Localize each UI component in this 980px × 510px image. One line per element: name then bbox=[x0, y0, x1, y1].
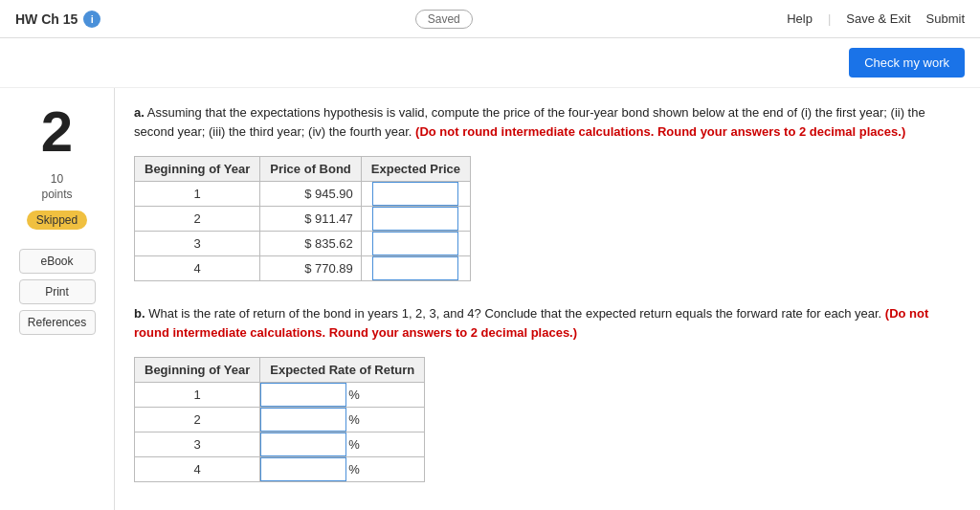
header-title-area: HW Ch 15 i bbox=[15, 11, 100, 28]
year-cell: 1 bbox=[135, 383, 260, 408]
part-a-highlight: (Do not round intermediate calculations.… bbox=[415, 124, 905, 139]
part-b-table: Beginning of Year Expected Rate of Retur… bbox=[134, 357, 425, 482]
saved-badge: Saved bbox=[415, 10, 473, 29]
price-cell: $ 911.47 bbox=[260, 207, 362, 232]
price-cell: $ 835.62 bbox=[260, 232, 362, 256]
part-a-text: a. Assuming that the expectations hypoth… bbox=[134, 103, 961, 141]
price-cell: $ 945.90 bbox=[260, 182, 362, 207]
info-icon[interactable]: i bbox=[83, 11, 100, 28]
col-year-b: Beginning of Year bbox=[135, 358, 260, 383]
table-row: 3$ 835.62 bbox=[135, 232, 471, 256]
print-button[interactable]: Print bbox=[19, 279, 96, 304]
rate-cell[interactable]: % bbox=[260, 383, 425, 408]
expected-price-cell[interactable] bbox=[361, 232, 470, 256]
rate-input[interactable] bbox=[260, 432, 346, 456]
table-row: 1$ 945.90 bbox=[135, 182, 471, 207]
pct-sign: % bbox=[348, 462, 360, 477]
points-value: 10 bbox=[51, 172, 63, 186]
help-link[interactable]: Help bbox=[787, 11, 813, 26]
year-cell: 2 bbox=[135, 408, 260, 432]
rate-input[interactable] bbox=[260, 457, 346, 481]
table-row: 3% bbox=[135, 432, 425, 457]
year-cell: 1 bbox=[135, 182, 260, 207]
table-row: 2$ 911.47 bbox=[135, 207, 471, 232]
table-row: 1% bbox=[135, 383, 425, 408]
action-bar: Check my work bbox=[0, 38, 980, 88]
table-row: 2% bbox=[135, 408, 425, 432]
main-layout: 2 10 points Skipped eBook Print Referenc… bbox=[0, 88, 980, 510]
price-cell: $ 770.89 bbox=[260, 256, 362, 281]
rate-cell[interactable]: % bbox=[260, 432, 425, 457]
rate-input[interactable] bbox=[260, 383, 346, 407]
year-cell: 2 bbox=[135, 207, 260, 232]
app-header: HW Ch 15 i Saved Help | Save & Exit Subm… bbox=[0, 0, 980, 38]
expected-price-cell[interactable] bbox=[361, 256, 470, 281]
save-exit-link[interactable]: Save & Exit bbox=[846, 11, 910, 26]
rate-cell[interactable]: % bbox=[260, 457, 425, 482]
submit-button[interactable]: Submit bbox=[926, 11, 965, 26]
expected-price-input[interactable] bbox=[372, 182, 458, 206]
expected-price-input[interactable] bbox=[372, 207, 458, 231]
year-cell: 4 bbox=[135, 256, 260, 281]
header-right: Help | Save & Exit Submit bbox=[787, 11, 965, 26]
table-row: 4$ 770.89 bbox=[135, 256, 471, 281]
expected-price-cell[interactable] bbox=[361, 207, 470, 232]
content-area: a. Assuming that the expectations hypoth… bbox=[115, 88, 980, 510]
col-year-a: Beginning of Year bbox=[135, 157, 260, 182]
header-center: Saved bbox=[415, 10, 473, 29]
rate-cell[interactable]: % bbox=[260, 408, 425, 432]
expected-price-input[interactable] bbox=[372, 256, 458, 280]
col-expected-rate: Expected Rate of Return bbox=[260, 358, 425, 383]
expected-price-input[interactable] bbox=[372, 232, 458, 255]
part-b-body: What is the rate of return of the bond i… bbox=[148, 306, 885, 321]
part-a-table: Beginning of Year Price of Bond Expected… bbox=[134, 156, 471, 281]
check-my-work-button[interactable]: Check my work bbox=[849, 48, 965, 78]
rate-input[interactable] bbox=[260, 408, 346, 432]
part-b-text: b. What is the rate of return of the bon… bbox=[134, 304, 961, 342]
part-b-label: b. bbox=[134, 306, 145, 321]
references-button[interactable]: References bbox=[19, 310, 96, 335]
ebook-button[interactable]: eBook bbox=[19, 249, 96, 274]
hw-title: HW Ch 15 bbox=[15, 11, 78, 27]
pct-sign: % bbox=[348, 437, 360, 452]
part-a-label: a. bbox=[134, 105, 145, 120]
points-label: points bbox=[41, 188, 72, 201]
year-cell: 3 bbox=[135, 432, 260, 457]
expected-price-cell[interactable] bbox=[361, 182, 470, 207]
col-price: Price of Bond bbox=[260, 157, 362, 182]
col-expected-price: Expected Price bbox=[361, 157, 470, 182]
year-cell: 4 bbox=[135, 457, 260, 482]
pct-sign: % bbox=[348, 388, 360, 402]
sidebar: 2 10 points Skipped eBook Print Referenc… bbox=[0, 88, 115, 510]
table-row: 4% bbox=[135, 457, 425, 482]
skipped-badge: Skipped bbox=[27, 211, 87, 230]
question-number: 2 bbox=[41, 103, 73, 161]
year-cell: 3 bbox=[135, 232, 260, 256]
pct-sign: % bbox=[348, 412, 360, 427]
